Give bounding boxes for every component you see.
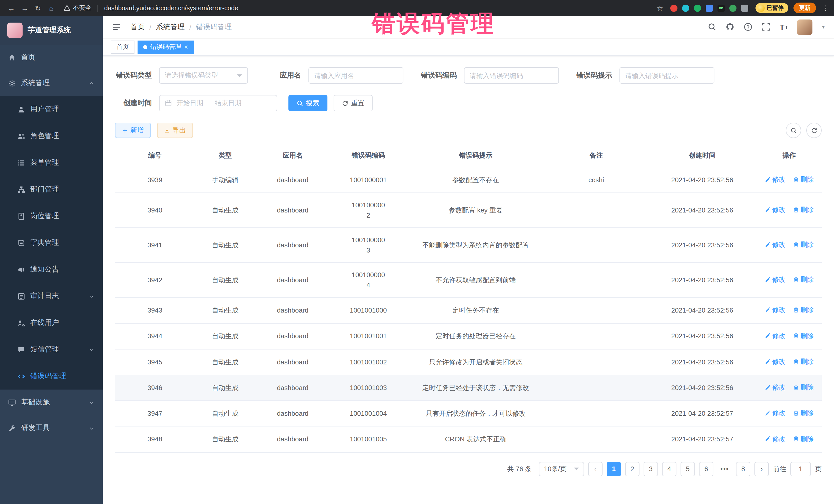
delete-link[interactable]: 删除 [793,175,814,184]
security-label[interactable]: 不安全 [73,4,91,12]
cell-id: 3948 [115,426,195,453]
error-msg-input[interactable] [619,67,715,84]
sidebar-item-role-management[interactable]: 角色管理 [0,123,103,149]
prev-page-button[interactable]: ‹ [588,462,602,476]
table-search-toggle-button[interactable] [786,123,801,138]
page-button-4[interactable]: 4 [662,462,676,476]
extension-blue-grid-icon[interactable] [706,4,713,12]
tab-home[interactable]: 首页 [111,40,134,53]
col-header-op: 操作 [757,144,822,167]
sidebar-item-online-user[interactable]: 在线用户 [0,309,103,336]
paused-badge[interactable]: 已暂停 [755,3,788,13]
address-url[interactable]: dashboard.yudao.iocoder.cn/system/error-… [104,4,238,12]
edit-link[interactable]: 修改 [765,205,786,215]
delete-link[interactable]: 删除 [793,408,814,418]
date-range-picker[interactable]: 开始日期 - 结束日期 [159,95,277,111]
delete-link[interactable]: 删除 [793,382,814,392]
next-page-button[interactable]: › [754,462,769,476]
sidebar-item-post-management[interactable]: 岗位管理 [0,203,103,229]
help-icon[interactable] [744,23,752,31]
header-search-icon[interactable] [708,23,717,31]
breadcrumb-home[interactable]: 首页 [130,22,145,31]
page-button-2[interactable]: 2 [625,462,639,476]
reset-button[interactable]: 重置 [334,95,373,111]
font-size-icon[interactable]: T T [780,23,788,31]
pencil-icon [765,207,771,213]
page-ellipsis[interactable]: ••• [718,462,732,476]
tab-error-code[interactable]: 错误码管理 × [137,40,194,53]
sidebar-item-menu-management[interactable]: 菜单管理 [0,149,103,176]
sidebar-item-dev-tools[interactable]: 研发工具 [0,415,103,441]
sidebar-item-user-management[interactable]: 用户管理 [0,96,103,123]
cell-type: 手动编辑 [195,167,256,193]
edit-link[interactable]: 修改 [765,357,786,367]
bookmark-star-icon[interactable]: ☆ [657,4,663,12]
fullscreen-icon[interactable] [762,23,770,31]
sidebar-item-system-management[interactable]: 系统管理 [0,70,103,96]
delete-link[interactable]: 删除 [793,305,814,315]
sidebar-item-infrastructure[interactable]: 基础设施 [0,390,103,415]
page-button-5[interactable]: 5 [681,462,695,476]
add-button[interactable]: 新增 [115,123,151,138]
delete-link[interactable]: 删除 [793,357,814,367]
start-date-input[interactable]: 开始日期 [177,98,203,108]
edit-link[interactable]: 修改 [765,331,786,341]
caret-down-icon[interactable]: ▾ [822,24,825,30]
sidebar-item-home[interactable]: 首页 [0,45,103,70]
delete-link[interactable]: 删除 [793,240,814,250]
sidebar-item-notice-announcement[interactable]: 通知公告 [0,256,103,283]
browser-reload-button[interactable]: ↻ [32,4,44,12]
edit-link[interactable]: 修改 [765,305,786,315]
delete-link[interactable]: 删除 [793,434,814,444]
user-avatar[interactable] [797,19,813,35]
delete-link[interactable]: 删除 [793,205,814,215]
sidebar-item-sms-management[interactable]: 短信管理 [0,336,103,363]
extension-puzzle-icon[interactable] [741,4,748,12]
cell-msg: 定时任务不存在 [407,298,545,324]
browser-home-button[interactable]: ⌂ [45,4,58,12]
edit-link[interactable]: 修改 [765,434,786,444]
end-date-input[interactable]: 结束日期 [215,98,241,108]
page-button-1[interactable]: 1 [607,462,621,476]
search-button[interactable]: 搜索 [288,95,327,111]
sidebar-item-dict-management[interactable]: 字典管理 [0,229,103,256]
sidebar-item-audit-log[interactable]: 审计日志 [0,283,103,309]
delete-link[interactable]: 删除 [793,275,814,285]
browser-menu-icon[interactable]: ⋮ [822,4,829,12]
error-type-select[interactable]: 请选择错误码类型 [159,67,248,84]
sidebar-item-error-code-management[interactable]: 错误码管理 [0,363,103,390]
goto-page-input[interactable] [790,462,811,476]
browser-forward-button[interactable]: → [19,4,31,12]
sidebar-item-dept-management[interactable]: 部门管理 [0,176,103,203]
cell-time: 2021-04-20 23:52:56 [648,228,756,263]
extension-teal-icon[interactable] [682,4,689,12]
extension-green-check-icon[interactable] [694,4,701,12]
edit-link[interactable]: 修改 [765,408,786,418]
delete-link[interactable]: 删除 [793,331,814,341]
app-logo[interactable]: 芋道管理系统 [0,16,103,45]
page-size-select[interactable]: 10条/页 [539,462,584,476]
github-icon[interactable] [726,23,734,31]
table-header-row: 编号 类型 应用名 错误码编码 错误码提示 备注 创建时间 操作 [115,144,822,167]
edit-link[interactable]: 修改 [765,382,786,392]
extension-on-dark-icon[interactable]: on [718,4,725,12]
close-icon[interactable]: × [184,44,188,50]
page-button-6[interactable]: 6 [699,462,714,476]
extension-red-icon[interactable] [670,4,678,12]
edit-link[interactable]: 修改 [765,240,786,250]
error-code-input[interactable] [464,67,559,84]
page-button-8[interactable]: 8 [736,462,750,476]
hamburger-icon[interactable] [112,22,121,31]
table-refresh-button[interactable] [806,123,822,138]
app-name-input[interactable] [308,67,403,84]
edit-link[interactable]: 修改 [765,275,786,285]
browser-back-button[interactable]: ← [5,4,18,12]
page-button-3[interactable]: 3 [643,462,658,476]
browser-update-button[interactable]: 更新 [793,3,816,13]
cell-code: 1001001004 [330,401,407,427]
export-button[interactable]: 导出 [157,123,193,138]
gear-icon [8,79,16,87]
edit-link[interactable]: 修改 [765,175,786,184]
breadcrumb-system[interactable]: 系统管理 [156,22,185,31]
extension-green-icon[interactable] [729,4,737,12]
